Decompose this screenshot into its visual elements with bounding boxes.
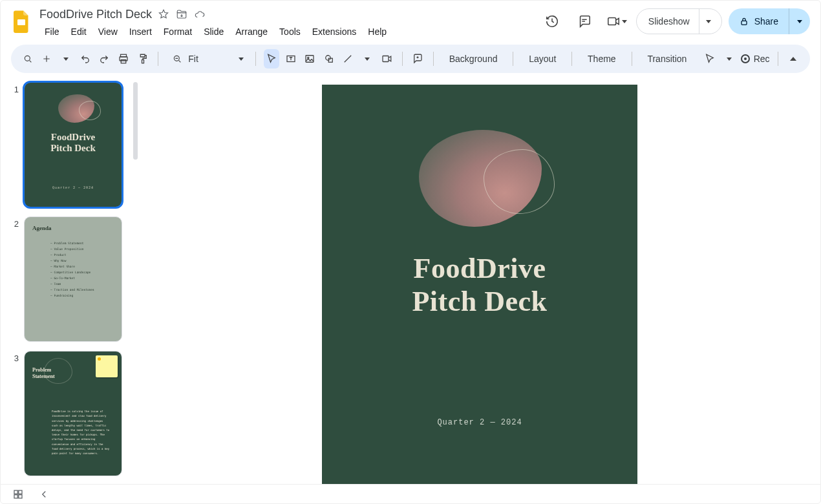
slide-subtitle[interactable]: Quarter 2 — 2024	[322, 418, 637, 427]
zoom-value: Fit	[188, 54, 219, 64]
record-button[interactable]: Rec	[741, 54, 770, 64]
redo-button[interactable]	[97, 49, 112, 68]
menu-tools[interactable]: Tools	[274, 24, 306, 39]
slideshow-dropdown[interactable]	[699, 9, 718, 34]
menu-insert[interactable]: Insert	[124, 24, 157, 39]
svg-rect-1	[608, 18, 616, 25]
svg-rect-7	[142, 60, 144, 63]
menu-help[interactable]: Help	[363, 24, 392, 39]
slide-canvas[interactable]: FoodDrive Pitch Deck Quarter 2 — 2024	[139, 73, 820, 484]
svg-rect-2	[741, 21, 747, 25]
comments-icon[interactable]	[571, 8, 597, 34]
zoom-icon	[167, 49, 187, 68]
chevron-down-icon	[727, 58, 732, 61]
toolbar-separator	[402, 52, 403, 66]
menu-extensions[interactable]: Extensions	[307, 24, 361, 39]
menu-view[interactable]: View	[93, 24, 123, 39]
toolbar-separator	[255, 52, 256, 66]
share-button[interactable]: Share	[729, 8, 810, 34]
svg-rect-10	[306, 56, 314, 63]
undo-button[interactable]	[78, 49, 93, 68]
menu-format[interactable]: Format	[158, 24, 197, 39]
lock-icon	[739, 16, 749, 26]
move-icon[interactable]	[175, 8, 188, 21]
chevron-left-icon[interactable]	[38, 488, 50, 503]
bottom-bar	[1, 484, 820, 504]
history-icon[interactable]	[539, 8, 565, 34]
list-item: Traction and Milestones	[50, 287, 115, 293]
svg-rect-15	[14, 490, 17, 494]
chevron-down-icon	[239, 58, 244, 61]
star-icon[interactable]	[157, 8, 170, 21]
menu-edit[interactable]: Edit	[66, 24, 92, 39]
list-item: Go-To-Market	[50, 275, 115, 281]
record-label: Rec	[754, 54, 770, 64]
list-item: Market Share	[50, 264, 115, 269]
svg-rect-0	[17, 19, 25, 25]
main-area: 1 FoodDrivePitch Deck Quarter 2 — 2024 2…	[1, 73, 820, 484]
toolbar-separator	[571, 52, 572, 66]
filmstrip[interactable]: 1 FoodDrivePitch Deck Quarter 2 — 2024 2…	[1, 73, 139, 484]
line-tool-dropdown[interactable]	[359, 49, 375, 68]
slides-app-icon[interactable]	[8, 8, 34, 34]
shape-tool[interactable]	[321, 49, 337, 68]
toolbar-separator	[778, 52, 778, 66]
thumb-title-line: FoodDrive	[51, 132, 95, 142]
thumbnail-2[interactable]: Agenda Problem Statement Value Propositi…	[24, 216, 122, 342]
grid-view-icon[interactable]	[12, 488, 24, 503]
print-button[interactable]	[116, 49, 131, 68]
list-item: Why Now	[50, 258, 115, 264]
search-icon[interactable]	[20, 49, 36, 68]
list-item: Problem Statement	[50, 240, 115, 246]
slide-title[interactable]: FoodDrive Pitch Deck	[322, 253, 637, 318]
thumbnail-row: 2 Agenda Problem Statement Value Proposi…	[11, 216, 133, 342]
video-tool[interactable]	[379, 49, 394, 68]
textbox-tool[interactable]	[283, 49, 299, 68]
new-slide-button[interactable]	[39, 49, 55, 68]
image-tool[interactable]	[302, 49, 317, 68]
svg-point-12	[326, 56, 331, 61]
select-tool[interactable]	[264, 49, 279, 68]
zoom-control[interactable]: Fit	[166, 49, 248, 68]
svg-rect-17	[14, 494, 17, 498]
chevron-down-icon	[63, 58, 69, 61]
thumbnail-number: 2	[11, 216, 19, 229]
list-item: Product	[50, 252, 115, 258]
menu-arrange[interactable]: Arrange	[230, 24, 273, 39]
paint-format-button[interactable]	[135, 49, 151, 68]
blob-outline	[44, 358, 72, 384]
new-slide-dropdown[interactable]	[58, 49, 74, 68]
transition-button[interactable]: Transition	[639, 49, 694, 68]
slideshow-button[interactable]: Slideshow	[636, 8, 722, 34]
slideshow-label: Slideshow	[648, 16, 699, 26]
thumbnail-3[interactable]: ProblemStatement FoodDrive is solving th…	[24, 351, 122, 476]
layout-button[interactable]: Layout	[521, 49, 564, 68]
cloud-status-icon[interactable]	[193, 8, 206, 21]
list-item: Fundraising	[50, 293, 115, 299]
cursor-share-dropdown[interactable]	[721, 49, 737, 68]
document-title[interactable]: FoodDrive Pitch Deck	[39, 8, 152, 21]
record-icon	[741, 54, 750, 63]
slide-title-line: FoodDrive	[414, 253, 546, 284]
thumbnail-1[interactable]: FoodDrivePitch Deck Quarter 2 — 2024	[24, 82, 122, 207]
chevron-up-icon	[790, 57, 796, 61]
menu-file[interactable]: File	[39, 24, 65, 39]
toolbar: Fit Background Layout Theme Transition R…	[11, 45, 810, 73]
share-dropdown[interactable]	[789, 8, 810, 34]
menu-slide[interactable]: Slide	[198, 24, 229, 39]
theme-button[interactable]: Theme	[580, 49, 624, 68]
collapse-toolbar-button[interactable]	[785, 49, 801, 68]
background-button[interactable]: Background	[442, 49, 506, 68]
slide-1[interactable]: FoodDrive Pitch Deck Quarter 2 — 2024	[322, 85, 637, 484]
thumb-heading: Agenda	[32, 225, 115, 231]
list-item: Team	[50, 281, 115, 287]
sticky-note-icon	[96, 355, 118, 377]
cursor-share-icon[interactable]	[702, 49, 718, 68]
scrollbar[interactable]	[133, 82, 138, 160]
comment-tool[interactable]	[410, 49, 425, 68]
line-tool[interactable]	[341, 49, 356, 68]
meet-icon[interactable]	[604, 8, 630, 34]
list-item: Competitive Landscape	[50, 269, 115, 275]
thumb-subtitle: Quarter 2 — 2024	[34, 185, 112, 189]
share-label: Share	[754, 16, 778, 26]
